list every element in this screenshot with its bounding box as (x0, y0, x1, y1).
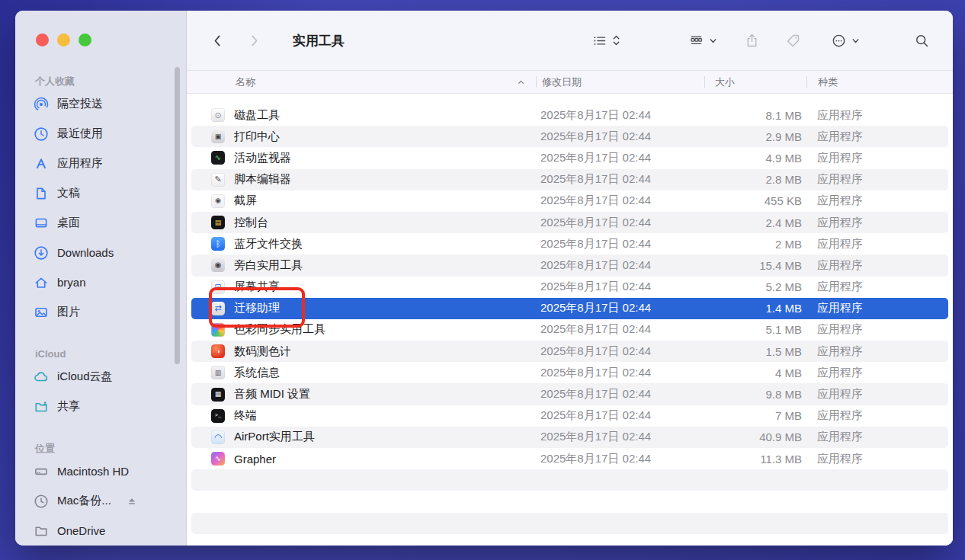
file-name: 蓝牙文件交换 (234, 237, 540, 251)
hard-drive-icon (34, 464, 49, 479)
sidebar-item-airdrop[interactable]: 隔空投送 (24, 89, 178, 119)
search-icon (914, 33, 930, 49)
sidebar-item-clock[interactable]: 最近使用 (24, 119, 178, 149)
sidebar-item-icloud[interactable]: iCloud云盘 (24, 362, 178, 392)
sidebar-section-header: iCloud (24, 347, 178, 362)
sidebar-item-home[interactable]: bryan (24, 267, 178, 297)
sidebar-item-desktop[interactable]: 桌面 (24, 208, 178, 238)
folder-icon (34, 523, 49, 539)
activity-monitor-app-icon: ∿ (211, 151, 225, 165)
desktop-background: 个人收藏隔空投送最近使用应用程序文稿桌面Downloadsbryan图片iClo… (0, 0, 965, 560)
console-app-icon: ▤ (211, 216, 225, 229)
file-kind: 应用程序 (817, 151, 948, 165)
sidebar-item-time-machine[interactable]: Mac备份... (24, 486, 178, 516)
file-row-disk-utility[interactable]: ⊙磁盘工具2025年8月17日 02:448.1 MB应用程序 (191, 104, 948, 126)
sidebar-item-applications[interactable]: 应用程序 (24, 149, 178, 178)
file-kind: 应用程序 (817, 322, 948, 337)
view-options-button[interactable] (592, 33, 621, 49)
more-actions-button[interactable] (831, 33, 861, 49)
column-divider[interactable] (806, 76, 807, 88)
file-row-screenshot[interactable]: ◉截屏2025年8月17日 02:44455 KB应用程序 (191, 190, 948, 212)
file-name: AirPort实用工具 (234, 430, 540, 444)
desktop-icon (34, 216, 49, 231)
sidebar-item-folder[interactable]: OneDrive (24, 516, 178, 546)
file-name: 数码测色计 (234, 344, 540, 359)
system-information-app-icon: ▥ (211, 366, 225, 379)
tag-button[interactable] (785, 33, 801, 49)
minimize-button[interactable] (57, 34, 70, 46)
file-row-bluetooth-file-exchange[interactable]: ᛒ蓝牙文件交换2025年8月17日 02:442 MB应用程序 (191, 233, 948, 254)
group-by-button[interactable] (688, 33, 718, 49)
column-header-date[interactable]: 修改日期 (542, 75, 582, 89)
file-name: 色彩同步实用工具 (234, 322, 540, 337)
file-row-terminal[interactable]: >_终端2025年8月17日 02:447 MB应用程序 (191, 405, 948, 427)
file-list: ⊙磁盘工具2025年8月17日 02:448.1 MB应用程序▣打印中心2025… (187, 94, 953, 546)
file-row-system-information[interactable]: ▥系统信息2025年8月17日 02:444 MB应用程序 (191, 362, 948, 383)
sidebar-scrollbar[interactable] (175, 67, 180, 364)
sort-ascending-icon (516, 77, 526, 87)
file-date-modified: 2025年8月17日 02:44 (540, 366, 708, 380)
file-name: 截屏 (234, 194, 540, 208)
column-divider[interactable] (536, 76, 537, 88)
file-date-modified: 2025年8月17日 02:44 (540, 322, 708, 337)
file-date-modified: 2025年8月17日 02:44 (540, 430, 708, 444)
digital-color-meter-app-icon: ◑ (211, 344, 225, 358)
file-size: 4.9 MB (708, 152, 802, 165)
file-row-print-center[interactable]: ▣打印中心2025年8月17日 02:442.9 MB应用程序 (191, 126, 948, 147)
file-row-screen-sharing[interactable]: ⊡屏幕共享2025年8月17日 02:445.2 MB应用程序 (191, 277, 948, 298)
print-center-app-icon: ▣ (211, 130, 225, 143)
sidebar-item-hard-drive[interactable]: Macintosh HD (24, 456, 178, 486)
sidebar-sections: 个人收藏隔空投送最近使用应用程序文稿桌面Downloadsbryan图片iClo… (15, 46, 186, 546)
window-controls (15, 11, 186, 46)
file-row-airport-utility[interactable]: ◠AirPort实用工具2025年8月17日 02:4440.9 MB应用程序 (191, 427, 948, 448)
file-date-modified: 2025年8月17日 02:44 (540, 151, 708, 165)
file-kind: 应用程序 (817, 216, 948, 230)
file-kind: 应用程序 (817, 130, 948, 144)
file-row-digital-color-meter[interactable]: ◑数码测色计2025年8月17日 02:441.5 MB应用程序 (191, 341, 948, 362)
list-header: 名称 修改日期 大小 种类 (187, 70, 953, 94)
audio-midi-setup-app-icon: ▦ (211, 388, 225, 402)
file-row-script-editor[interactable]: ✎脚本编辑器2025年8月17日 02:442.8 MB应用程序 (191, 169, 948, 190)
column-header-size[interactable]: 大小 (715, 75, 735, 89)
column-divider[interactable] (704, 76, 705, 88)
file-row-audio-midi-setup[interactable]: ▦音频 MIDI 设置2025年8月17日 02:449.8 MB应用程序 (191, 383, 948, 405)
toolbar-actions (592, 33, 953, 49)
column-header-kind[interactable]: 种类 (818, 75, 838, 89)
column-header-name[interactable]: 名称 (236, 75, 255, 89)
sidebar-item-label: OneDrive (57, 524, 105, 537)
zoom-button[interactable] (79, 34, 91, 46)
sidebar-item-document[interactable]: 文稿 (24, 178, 178, 208)
file-row-grapher[interactable]: ∿Grapher2025年8月17日 02:4411.3 MB应用程序 (191, 448, 948, 469)
file-size: 5.1 MB (708, 323, 802, 336)
file-kind: 应用程序 (817, 258, 948, 273)
forward-button[interactable] (244, 30, 264, 50)
sidebar-item-shared-folder[interactable]: 共享 (24, 392, 178, 421)
file-name: 脚本编辑器 (234, 172, 540, 187)
sidebar-item-label: iCloud云盘 (57, 370, 113, 384)
file-row-colorsync-utility[interactable]: 色彩同步实用工具2025年8月17日 02:445.1 MB应用程序 (191, 319, 948, 341)
file-kind: 应用程序 (817, 108, 948, 123)
voiceover-utility-app-icon: ◉ (211, 258, 225, 272)
file-row-voiceover-utility[interactable]: ◉旁白实用工具2025年8月17日 02:4415.4 MB应用程序 (191, 254, 948, 276)
file-row-migration-assistant[interactable]: ⇄迁移助理2025年8月17日 02:441.4 MB应用程序 (191, 298, 948, 319)
search-button[interactable] (914, 33, 930, 49)
sidebar-item-pictures[interactable]: 图片 (24, 297, 178, 327)
file-row-activity-monitor[interactable]: ∿活动监视器2025年8月17日 02:444.9 MB应用程序 (191, 147, 948, 168)
eject-icon[interactable] (124, 494, 139, 509)
sidebar-item-label: bryan (57, 276, 86, 289)
file-kind: 应用程序 (817, 344, 948, 359)
script-editor-app-icon: ✎ (211, 173, 225, 187)
back-button[interactable] (207, 30, 227, 50)
sidebar-item-label: 应用程序 (57, 156, 103, 171)
colorsync-utility-app-icon (211, 323, 225, 337)
file-name: 音频 MIDI 设置 (234, 387, 540, 402)
main-area: 实用工具 (187, 11, 953, 546)
file-size: 11.3 MB (708, 453, 802, 466)
close-button[interactable] (36, 34, 49, 46)
sidebar-item-download[interactable]: Downloads (24, 238, 178, 267)
share-button[interactable] (744, 33, 760, 49)
sidebar-section-header: 位置 (24, 441, 178, 456)
file-row-console[interactable]: ▤控制台2025年8月17日 02:442.4 MB应用程序 (191, 212, 948, 233)
sidebar: 个人收藏隔空投送最近使用应用程序文稿桌面Downloadsbryan图片iClo… (15, 11, 187, 546)
shared-folder-icon (34, 399, 49, 414)
